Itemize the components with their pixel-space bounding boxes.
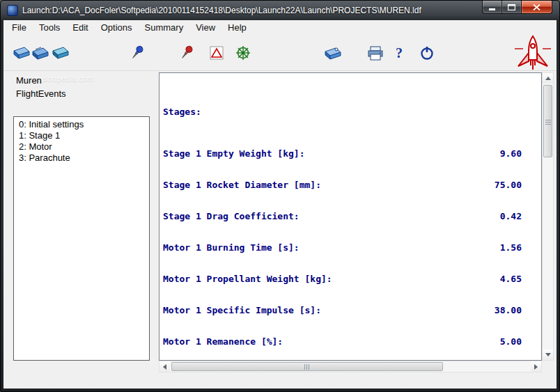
plot-button[interactable] bbox=[207, 43, 226, 63]
simulate-button[interactable] bbox=[233, 43, 253, 63]
flight-events-label: FlightEvents bbox=[10, 87, 153, 100]
arrow-down-icon bbox=[545, 353, 551, 356]
row-value: 4.65 bbox=[500, 274, 522, 284]
menu-file[interactable]: File bbox=[6, 21, 33, 34]
new-project-3d-icon bbox=[13, 46, 31, 60]
help-icon: ? bbox=[396, 45, 403, 61]
open-project-button[interactable] bbox=[31, 43, 50, 63]
flight-report: Stages: Stage 1 Empty Weight [kg]: 9.60 … bbox=[163, 75, 524, 361]
section-title-stages: Stages: bbox=[163, 107, 524, 117]
pin-blue-button[interactable] bbox=[128, 43, 148, 63]
hscroll-thumb[interactable] bbox=[171, 362, 443, 371]
pin-red-button[interactable] bbox=[178, 43, 197, 63]
report-row: Stage 1 Empty Weight [kg]: 9.60 bbox=[163, 148, 522, 159]
row-label: Motor 1 Burning Time [s]: bbox=[163, 242, 300, 253]
hscroll-left-button[interactable] bbox=[160, 361, 170, 372]
horizontal-scrollbar[interactable] bbox=[159, 361, 542, 373]
menu-edit[interactable]: Edit bbox=[66, 21, 94, 34]
row-label: Motor 1 Specific Impulse [s]: bbox=[163, 305, 321, 315]
thumb-grip-icon bbox=[545, 118, 551, 125]
project-name-label: Muren bbox=[10, 74, 153, 87]
report-row: Stage 1 Rocket Diameter [mm]: 75.00 bbox=[163, 180, 522, 190]
arrow-right-icon bbox=[534, 364, 538, 370]
vscroll-down-button[interactable] bbox=[543, 350, 553, 360]
row-label: Motor 1 Remanence [%]: bbox=[163, 336, 283, 347]
report-view: Stages: Stage 1 Empty Weight [kg]: 9.60 … bbox=[159, 72, 542, 361]
client-area: File Tools Edit Options Summary View Hel… bbox=[3, 20, 557, 389]
menu-summary[interactable]: Summary bbox=[139, 21, 190, 34]
save-project-button[interactable] bbox=[51, 43, 70, 63]
save-project-3d-icon bbox=[52, 46, 70, 60]
maximize-icon bbox=[508, 4, 515, 10]
vertical-scrollbar[interactable] bbox=[542, 72, 554, 361]
menu-options[interactable]: Options bbox=[95, 21, 139, 34]
report-row: Motor 1 Specific Impulse [s]: 38.00 bbox=[163, 305, 522, 315]
new-project-button[interactable] bbox=[12, 43, 31, 63]
hscroll-right-button[interactable] bbox=[531, 361, 541, 372]
row-value: 5.00 bbox=[500, 336, 522, 347]
maximize-button[interactable] bbox=[501, 1, 522, 14]
row-value: 1.56 bbox=[500, 242, 522, 253]
report-row: Motor 1 Propellant Weight [kg]: 4.65 bbox=[163, 274, 522, 284]
arrow-up-icon bbox=[545, 77, 551, 80]
workspace: Muren FlightEvents 0: Initial settings 1… bbox=[3, 71, 557, 389]
menu-view[interactable]: View bbox=[189, 21, 221, 34]
rocket-logo bbox=[513, 34, 553, 71]
flight-event-item-3[interactable]: 3: Parachute bbox=[19, 152, 144, 164]
arrow-left-icon bbox=[163, 364, 166, 370]
sidebar: Muren FlightEvents 0: Initial settings 1… bbox=[10, 74, 153, 361]
plot-triangle-icon bbox=[210, 46, 224, 60]
row-value: 9.60 bbox=[500, 148, 522, 159]
vscroll-up-button[interactable] bbox=[543, 73, 553, 84]
toolbar: ? bbox=[3, 34, 557, 71]
minimize-button[interactable] bbox=[482, 1, 502, 14]
report-row: Stage 1 Drag Coefficient: 0.42 bbox=[163, 211, 522, 221]
window-title: Launch:D:\ACA_DocFoler\Softpedia\2010011… bbox=[22, 6, 421, 15]
menu-tools[interactable]: Tools bbox=[33, 21, 66, 34]
close-button[interactable] bbox=[521, 1, 552, 14]
flight-event-item-2[interactable]: 2: Motor bbox=[19, 141, 144, 152]
print-icon bbox=[367, 46, 384, 61]
flight-event-item-1[interactable]: 1: Stage 1 bbox=[19, 130, 144, 141]
close-icon bbox=[533, 4, 540, 10]
pin-red-icon bbox=[180, 45, 195, 61]
exit-button[interactable] bbox=[417, 43, 437, 63]
minimize-icon bbox=[489, 4, 496, 10]
print-button[interactable] bbox=[366, 43, 385, 63]
app-icon bbox=[7, 5, 18, 16]
help-button[interactable]: ? bbox=[389, 43, 409, 63]
thumb-grip-icon bbox=[304, 364, 311, 370]
row-label: Motor 1 Propellant Weight [kg]: bbox=[163, 274, 332, 284]
row-label: Stage 1 Rocket Diameter [mm]: bbox=[163, 180, 321, 190]
stage-button[interactable] bbox=[323, 43, 343, 63]
simulate-wheel-icon bbox=[235, 45, 251, 61]
window-controls bbox=[483, 1, 552, 14]
flight-events-listbox[interactable]: 0: Initial settings 1: Stage 1 2: Motor … bbox=[13, 116, 150, 361]
open-project-3d-icon bbox=[31, 46, 49, 60]
row-label: Stage 1 Drag Coefficient: bbox=[163, 211, 300, 221]
row-label: Stage 1 Empty Weight [kg]: bbox=[163, 148, 305, 159]
vscroll-thumb[interactable] bbox=[543, 85, 552, 157]
report-row: Motor 1 Burning Time [s]: 1.56 bbox=[163, 242, 522, 253]
pin-blue-icon bbox=[130, 45, 146, 61]
menu-help[interactable]: Help bbox=[221, 21, 253, 34]
exit-power-icon bbox=[419, 45, 435, 61]
rocket-logo-icon bbox=[513, 35, 552, 71]
row-value: 75.00 bbox=[495, 180, 522, 190]
stage-3d-icon bbox=[324, 46, 342, 60]
app-window: Launch:D:\ACA_DocFoler\Softpedia\2010011… bbox=[0, 0, 560, 392]
titlebar[interactable]: Launch:D:\ACA_DocFoler\Softpedia\2010011… bbox=[1, 1, 559, 20]
row-value: 0.42 bbox=[500, 211, 522, 221]
row-value: 38.00 bbox=[495, 305, 522, 315]
menubar: File Tools Edit Options Summary View Hel… bbox=[3, 20, 557, 34]
flight-event-item-0[interactable]: 0: Initial settings bbox=[19, 119, 144, 130]
report-row: Motor 1 Remanence [%]: 5.00 bbox=[163, 336, 522, 347]
